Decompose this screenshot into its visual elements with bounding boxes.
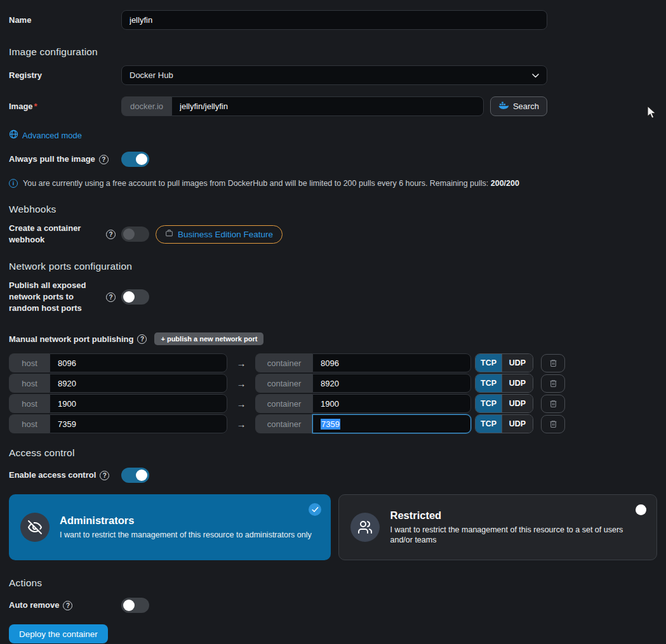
image-registry-prefix: docker.io — [121, 96, 171, 116]
publish-all-toggle[interactable] — [121, 289, 149, 305]
delete-port-button[interactable] — [541, 354, 565, 372]
container-port-input[interactable] — [312, 394, 471, 413]
enable-access-control-toggle[interactable] — [121, 468, 149, 483]
toggle-knob — [123, 600, 135, 611]
host-prefix-label: host — [9, 414, 50, 433]
tcp-button[interactable]: TCP — [476, 415, 502, 433]
name-input[interactable] — [121, 10, 547, 30]
host-port-input[interactable] — [50, 353, 227, 372]
webhook-row: Create a container webhook ? Business Ed… — [9, 223, 657, 246]
host-prefix-label: host — [9, 353, 50, 372]
udp-button[interactable]: UDP — [502, 354, 533, 372]
name-row: Name — [9, 10, 657, 30]
udp-button[interactable]: UDP — [502, 395, 533, 412]
container-port-input-focused[interactable]: 7359 — [312, 414, 471, 433]
host-port-input[interactable] — [50, 374, 227, 393]
container-create-form: Name Image configuration Registry Docker… — [0, 0, 666, 643]
search-button-label: Search — [513, 102, 539, 111]
help-icon[interactable]: ? — [100, 471, 109, 480]
host-prefix-label: host — [9, 394, 50, 413]
image-row: Image* docker.io Search — [9, 96, 657, 116]
auto-remove-toggle[interactable] — [121, 598, 149, 613]
info-icon: i — [9, 179, 18, 188]
manual-publishing-row: Manual network port publishing ? + publi… — [9, 332, 657, 345]
delete-port-button[interactable] — [541, 374, 565, 393]
udp-button[interactable]: UDP — [502, 415, 533, 433]
publish-all-label: Publish all exposed network ports to ran… — [9, 280, 121, 314]
administrators-card[interactable]: Administrators I want to restrict the ma… — [9, 494, 331, 560]
publish-new-port-button[interactable]: + publish a new network port — [154, 332, 263, 345]
container-prefix-label: container — [255, 394, 312, 413]
protocol-segment: TCPUDP — [475, 374, 533, 393]
trash-icon — [549, 379, 557, 388]
enable-access-control-label: Enable access control ? — [9, 470, 121, 481]
toggle-knob — [123, 291, 135, 303]
selected-check-icon — [309, 503, 321, 516]
image-label: Image* — [9, 101, 121, 112]
network-ports-title: Network ports configuration — [9, 261, 657, 272]
help-icon[interactable]: ? — [106, 292, 116, 302]
unselected-radio-icon[interactable] — [636, 504, 646, 515]
trash-icon — [549, 358, 557, 367]
toggle-knob — [136, 154, 147, 165]
help-icon[interactable]: ? — [137, 334, 147, 344]
chevron-down-icon — [532, 70, 539, 80]
enable-access-control-row: Enable access control ? — [9, 468, 657, 483]
advanced-mode-label: Advanced mode — [22, 131, 82, 140]
toggle-knob — [123, 228, 135, 240]
host-port-input[interactable] — [50, 414, 227, 433]
tcp-button[interactable]: TCP — [476, 395, 502, 412]
search-button[interactable]: Search — [490, 96, 547, 116]
image-input-group: docker.io — [121, 96, 484, 116]
port-mapping-row: host → container TCPUDP — [9, 394, 657, 413]
deploy-container-button[interactable]: Deploy the container — [9, 624, 108, 643]
actions-title: Actions — [9, 577, 657, 589]
tcp-button[interactable]: TCP — [476, 374, 502, 392]
access-control-title: Access control — [9, 447, 657, 459]
webhooks-title: Webhooks — [9, 204, 657, 215]
container-port-input[interactable] — [312, 374, 471, 393]
publish-all-row: Publish all exposed network ports to ran… — [9, 280, 657, 314]
arrow-right-icon: → — [227, 378, 255, 389]
remaining-pulls-value: 200/200 — [491, 179, 519, 188]
toggle-knob — [136, 470, 147, 481]
help-icon[interactable]: ? — [63, 601, 72, 610]
host-prefix-label: host — [9, 374, 50, 393]
protocol-segment: TCPUDP — [475, 353, 533, 372]
always-pull-toggle[interactable] — [121, 152, 149, 167]
delete-port-button[interactable] — [541, 395, 565, 413]
udp-button[interactable]: UDP — [502, 374, 533, 392]
advanced-mode-link[interactable]: Advanced mode — [9, 129, 82, 141]
users-icon — [350, 513, 380, 542]
registry-row: Registry Docker Hub — [9, 65, 657, 85]
always-pull-label: Always pull the image ? — [9, 154, 121, 165]
arrow-right-icon: → — [227, 398, 255, 409]
help-icon[interactable]: ? — [99, 155, 109, 164]
administrators-card-title: Administrators — [60, 515, 312, 527]
trash-icon — [549, 419, 557, 428]
host-port-input[interactable] — [50, 394, 227, 413]
tcp-button[interactable]: TCP — [476, 354, 502, 372]
dockerhub-pull-notice: i You are currently using a free account… — [9, 179, 657, 188]
container-prefix-label: container — [255, 414, 312, 433]
container-prefix-label: container — [255, 353, 312, 372]
registry-select[interactable]: Docker Hub — [121, 65, 547, 85]
image-input[interactable] — [171, 96, 484, 116]
container-prefix-label: container — [255, 374, 312, 393]
help-icon[interactable]: ? — [106, 230, 116, 239]
restricted-card[interactable]: Restricted I want to restrict the manage… — [338, 494, 657, 560]
eye-slash-icon — [20, 513, 50, 542]
container-port-input[interactable] — [312, 353, 471, 372]
globe-icon — [9, 129, 18, 141]
protocol-segment: TCPUDP — [475, 394, 533, 413]
restricted-card-description: I want to restrict the management of thi… — [390, 525, 644, 545]
required-asterisk: * — [34, 102, 37, 111]
delete-port-button[interactable] — [541, 415, 565, 433]
port-mapping-row: host → container TCPUDP — [9, 353, 657, 372]
registry-selected-value: Docker Hub — [130, 70, 173, 80]
arrow-right-icon: → — [227, 358, 255, 369]
always-pull-row: Always pull the image ? — [9, 152, 657, 167]
notice-text: You are currently using a free account t… — [23, 179, 488, 188]
business-edition-badge-label: Business Edition Feature — [178, 230, 273, 239]
manual-publishing-label: Manual network port publishing — [9, 334, 133, 344]
